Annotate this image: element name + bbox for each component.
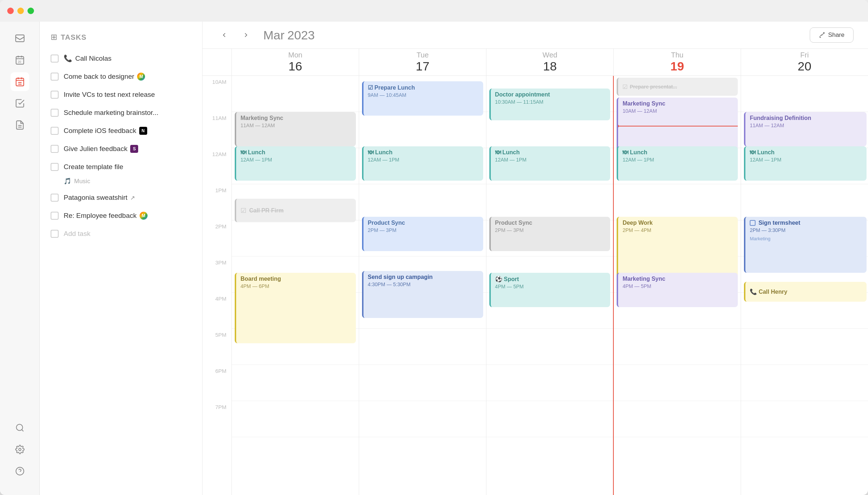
event-time: 12AM — 1PM: [622, 157, 733, 163]
hour-5pm-thu: [614, 329, 741, 365]
hour-6pm-wed: [486, 365, 613, 401]
task-checkbox[interactable]: [51, 91, 59, 99]
event-lunch-wed[interactable]: 🍽 Lunch 12AM — 1PM: [489, 146, 610, 181]
nav-forward-button[interactable]: [239, 28, 253, 42]
day-header-mon: Mon 16: [231, 49, 359, 76]
time-gutter: 10AM 11AM 12AM 1PM 2PM 3PM 4PM 5PM 6PM 7…: [203, 76, 231, 495]
task-schedule-marketing[interactable]: Schedule marketing brainstor...: [40, 104, 202, 122]
task-give-julien-feedback[interactable]: Give Julien feedback S: [40, 140, 202, 158]
event-call-pr-firm-mon[interactable]: ☑ Call PR Firm: [235, 199, 356, 222]
sidebar-icon-calendar-week[interactable]: [10, 72, 29, 91]
event-lunch-tue[interactable]: 🍽 Lunch 12AM — 1PM: [362, 146, 483, 181]
event-lunch-thu[interactable]: 🍽 Lunch 12AM — 1PM: [617, 146, 738, 181]
task-checkbox[interactable]: [51, 145, 59, 153]
sidebar-icon-settings[interactable]: [10, 440, 29, 459]
event-lunch-mon[interactable]: 🍽 Lunch 12AM — 1PM: [235, 146, 356, 181]
time-11am: 11AM: [203, 112, 231, 148]
sidebar-icon-calendar-month[interactable]: 20: [10, 51, 29, 69]
event-time: 11AM — 12AM: [241, 122, 352, 128]
event-time: 9AM — 10:45AM: [368, 92, 479, 98]
task-add[interactable]: Add task: [40, 225, 202, 243]
event-fundraising-fri[interactable]: Fundraising Definition 11AM — 12AM: [744, 112, 867, 146]
task-checkbox[interactable]: [51, 73, 59, 81]
task-label: Complete iOS feedback N: [64, 127, 191, 135]
tasks-icon: ⊞: [51, 33, 57, 42]
task-checkbox[interactable]: [51, 212, 59, 220]
task-checkbox[interactable]: [51, 163, 59, 171]
event-lunch-fri[interactable]: 🍽 Lunch 12AM — 1PM: [744, 146, 867, 181]
day-col-tue[interactable]: ☑ Prepare Lunch 9AM — 10:45AM 🍽 Lunch 12…: [359, 76, 486, 495]
task-create-template[interactable]: Create template file: [40, 158, 202, 176]
hour-11am-tue: [359, 112, 486, 148]
event-marketing-sync-mon[interactable]: Marketing Sync 11AM — 12AM: [235, 112, 356, 146]
event-sport-wed[interactable]: ⚽ Sport 4PM — 5PM: [489, 273, 610, 307]
task-call-nicolas[interactable]: 📞 Call Nicolas: [40, 49, 202, 68]
day-name-thu: Thu: [671, 51, 683, 59]
hour-7pm-fri: [741, 401, 868, 437]
task-employee-feedback[interactable]: Re: Employee feedback M: [40, 207, 202, 225]
hour-7pm-mon: [232, 401, 359, 437]
close-button[interactable]: [7, 8, 14, 14]
event-prepare-lunch-tue[interactable]: ☑ Prepare Lunch 9AM — 10:45AM: [362, 81, 483, 116]
event-time: 2PM — 4PM: [622, 227, 733, 233]
share-button[interactable]: Share: [810, 27, 854, 43]
event-product-sync-wed[interactable]: Product Sync 2PM — 3PM: [489, 217, 610, 251]
task-checkbox[interactable]: [51, 194, 59, 202]
time-10am: 10AM: [203, 76, 231, 112]
event-send-signup-tue[interactable]: Send sign up campagin 4:30PM — 5:30PM: [362, 271, 483, 318]
event-title: Deep Work: [622, 220, 733, 226]
tasks-header: ⊞ TASKS: [40, 29, 202, 49]
maximize-button[interactable]: [27, 8, 34, 14]
app-window: 20: [0, 0, 868, 495]
task-patagonia[interactable]: Patagonia sweatshirt ↗: [40, 189, 202, 207]
task-checkbox[interactable]: [51, 109, 59, 117]
event-time: 4PM — 5PM: [622, 283, 733, 289]
day-col-mon[interactable]: Marketing Sync 11AM — 12AM 🍽 Lunch 12AM …: [231, 76, 359, 495]
hour-2pm-mon: [232, 220, 359, 257]
hour-10am-fri: [741, 76, 868, 112]
event-title: 🍽 Lunch: [622, 149, 733, 156]
time-2pm: 2PM: [203, 220, 231, 257]
event-marketing-sync2-thu[interactable]: Marketing Sync 4PM — 5PM: [617, 273, 738, 307]
event-time: 12AM — 1PM: [241, 157, 352, 163]
main-content: 20: [0, 22, 868, 495]
days-grid: Marketing Sync 11AM — 12AM 🍽 Lunch 12AM …: [231, 76, 868, 495]
task-come-back-designer[interactable]: Come back to designer M: [40, 68, 202, 86]
day-col-thu[interactable]: ☑ Prepare presentat... Marketing Sync 10…: [613, 76, 741, 495]
sidebar-icon-notes[interactable]: [10, 116, 29, 134]
task-checkbox[interactable]: [51, 55, 59, 63]
sidebar-icon-inbox[interactable]: [10, 29, 29, 48]
day-col-fri[interactable]: Fundraising Definition 11AM — 12AM 🍽 Lun…: [741, 76, 868, 495]
event-prepare-presentation-thu[interactable]: ☑ Prepare presentat...: [617, 78, 738, 96]
day-name-mon: Mon: [288, 51, 302, 59]
sidebar-icon-search[interactable]: [10, 418, 29, 437]
task-invite-vcs[interactable]: Invite VCs to test next release: [40, 86, 202, 104]
svg-line-19: [821, 33, 824, 35]
sidebar-icon-help[interactable]: [10, 462, 29, 481]
icon-sidebar: 20: [0, 22, 40, 495]
event-call-henry-fri[interactable]: 📞 Call Henry: [744, 282, 867, 302]
time-1pm: 1PM: [203, 184, 231, 220]
task-checkbox-add[interactable]: [51, 230, 59, 238]
task-label: Give Julien feedback S: [64, 145, 191, 153]
day-header-wed: Wed 18: [486, 49, 613, 76]
minimize-button[interactable]: [17, 8, 24, 14]
task-label: Come back to designer M: [64, 73, 191, 81]
svg-line-15: [22, 430, 24, 431]
slack-badge: S: [130, 145, 138, 153]
calendar-body[interactable]: 10AM 11AM 12AM 1PM 2PM 3PM 4PM 5PM 6PM 7…: [203, 76, 868, 495]
task-checkbox[interactable]: [51, 127, 59, 135]
hour-5pm-wed: [486, 329, 613, 365]
nav-back-button[interactable]: [217, 28, 231, 42]
event-sign-termsheet-fri[interactable]: Sign termsheet 2PM — 3:30PM Marketing: [744, 217, 867, 273]
event-doctor-wed[interactable]: Doctor appointment 10:30AM — 11:15AM: [489, 89, 610, 120]
day-col-wed[interactable]: Doctor appointment 10:30AM — 11:15AM 🍽 L…: [486, 76, 613, 495]
event-product-sync-tue[interactable]: Product Sync 2PM — 3PM: [362, 217, 483, 251]
hour-7pm-wed: [486, 401, 613, 437]
event-time: 4PM — 6PM: [241, 283, 352, 289]
sidebar-icon-tasks[interactable]: [10, 94, 29, 113]
event-title: Prepare presentat...: [630, 84, 677, 90]
event-title: Marketing Sync: [241, 115, 352, 121]
task-complete-ios[interactable]: Complete iOS feedback N: [40, 122, 202, 140]
event-board-meeting-mon[interactable]: Board meeting 4PM — 6PM: [235, 273, 356, 343]
